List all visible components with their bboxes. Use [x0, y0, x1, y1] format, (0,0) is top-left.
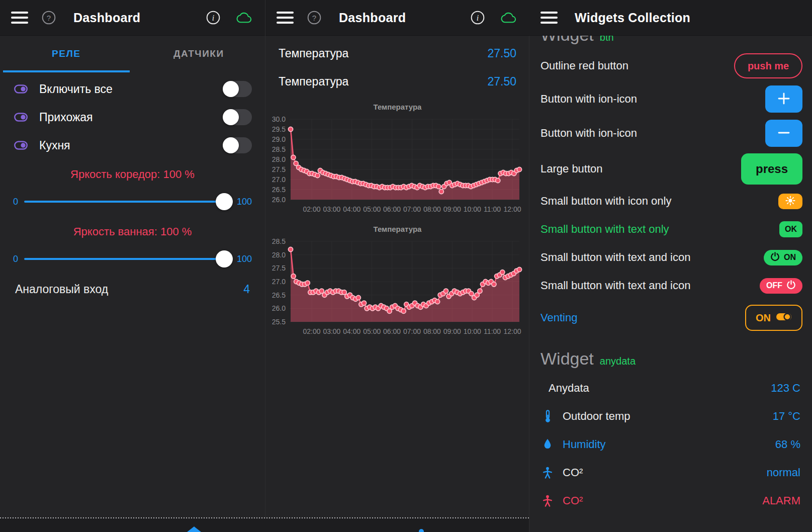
person-icon	[540, 467, 555, 479]
svg-text:27.0: 27.0	[272, 278, 286, 286]
slider-label-bath: Яркость ванная: 100 %	[0, 223, 265, 241]
relay-switch[interactable]	[223, 81, 252, 97]
cloud-status-icon[interactable]	[498, 10, 518, 25]
slider-max-label: 100	[237, 197, 252, 207]
temperature-row: Температура 27.50	[265, 67, 529, 96]
anydata-value: 68 %	[775, 438, 800, 451]
section-heading-badge: anydata	[600, 356, 636, 367]
on-button[interactable]: ON	[764, 250, 802, 265]
info-icon[interactable]: i	[206, 10, 221, 25]
minus-button[interactable]	[765, 120, 802, 147]
section-heading-btn: Widget btn	[540, 35, 812, 49]
temperature-label: Температура	[279, 47, 348, 60]
slider-min-label: 0	[13, 197, 18, 207]
svg-text:08:00: 08:00	[423, 327, 441, 335]
svg-text:?: ?	[47, 14, 51, 22]
svg-text:11:00: 11:00	[484, 327, 501, 335]
analog-input-row: Аналоговый вход 4	[0, 277, 265, 301]
switch-knob	[223, 137, 239, 153]
tab-bar: РЕЛЕ ДАТЧИКИ	[0, 35, 265, 72]
svg-text:28.0: 28.0	[272, 155, 286, 163]
svg-text:04:00: 04:00	[343, 327, 360, 335]
slider-track-fill	[24, 201, 231, 203]
panel-dashboard-relays: ? Dashboard i РЕЛЕ ДАТЧИКИ Включить всеП…	[0, 0, 265, 532]
blue-dot-peek	[419, 529, 424, 532]
relay-switch[interactable]	[223, 137, 252, 153]
charts-area: Температура02:0003:0004:0005:0006:0007:0…	[265, 103, 529, 340]
svg-text:28.5: 28.5	[272, 237, 286, 245]
venting-toggle-button[interactable]: ON	[745, 305, 802, 331]
slider-track[interactable]	[24, 250, 231, 268]
tab-datchiki[interactable]: ДАТЧИКИ	[133, 35, 265, 72]
svg-text:09:00: 09:00	[443, 327, 461, 335]
svg-text:i: i	[212, 14, 214, 22]
widget-row-label: Outline red button	[540, 59, 628, 72]
sun-button[interactable]	[778, 194, 802, 209]
app-root: ? Dashboard i РЕЛЕ ДАТЧИКИ Включить всеП…	[0, 0, 812, 532]
anydata-label: CO²	[563, 466, 759, 479]
menu-icon[interactable]	[11, 12, 28, 24]
widget-row-label: Venting	[540, 311, 577, 324]
press-button[interactable]: press	[741, 153, 802, 185]
sun-icon	[785, 195, 796, 208]
thermometer-icon	[540, 410, 555, 423]
tab-rele[interactable]: РЕЛЕ	[0, 35, 133, 72]
menu-icon[interactable]	[277, 12, 294, 24]
analog-input-label: Аналоговый вход	[15, 283, 108, 296]
right-content: Widget btn Outline red buttonpush meButt…	[529, 35, 812, 532]
help-icon[interactable]: ?	[307, 10, 322, 25]
anydata-row: Humidity68 %	[529, 430, 812, 459]
widget-row: VentingON	[529, 300, 812, 336]
svg-text:26.0: 26.0	[272, 304, 286, 312]
plus-button[interactable]	[765, 85, 802, 113]
toggle-outline-icon	[13, 84, 28, 94]
brightness-slider-bath: 0 100	[0, 241, 265, 277]
page-title: Dashboard	[339, 11, 406, 25]
widget-row: Small button with text and iconOFF	[529, 272, 812, 300]
svg-text:i: i	[477, 14, 479, 22]
svg-text:06:00: 06:00	[383, 205, 401, 213]
section-heading-title: Widget	[540, 35, 594, 45]
slider-min-label: 0	[13, 254, 18, 264]
left-header: ? Dashboard i	[0, 0, 265, 35]
svg-text:05:00: 05:00	[363, 327, 381, 335]
slider-knob[interactable]	[216, 250, 233, 268]
help-icon[interactable]: ?	[41, 10, 56, 25]
svg-text:28.0: 28.0	[272, 251, 286, 259]
svg-text:06:00: 06:00	[383, 327, 401, 335]
widget-row: Small button with text onlyOK	[529, 215, 812, 243]
relay-switch[interactable]	[223, 109, 252, 125]
panel-dashboard-sensors: ? Dashboard i Температура 27.50 Температ…	[265, 0, 529, 532]
middle-content: Температура 27.50 Температура 27.50 Темп…	[265, 35, 529, 532]
svg-text:05:00: 05:00	[363, 205, 381, 213]
anydata-label: Outdoor temp	[563, 410, 765, 423]
slider-track[interactable]	[24, 193, 231, 211]
button-label: ON	[756, 312, 771, 324]
temperature-label: Температура	[279, 75, 348, 88]
relay-row: Включить все	[0, 75, 265, 103]
info-icon[interactable]: i	[470, 10, 485, 25]
chart-plot: 02:0003:0004:0005:0006:0007:0008:0009:00…	[265, 114, 529, 216]
svg-text:11:00: 11:00	[484, 205, 501, 213]
anydata-label: Anydata	[549, 382, 763, 395]
widget-row-label: Small button with text and icon	[540, 251, 690, 264]
slider-knob[interactable]	[216, 193, 233, 210]
ok-button[interactable]: OK	[779, 221, 802, 237]
widget-row-label: Button with ion-icon	[540, 127, 637, 140]
svg-text:28.5: 28.5	[272, 145, 286, 153]
menu-icon[interactable]	[540, 12, 558, 24]
widget-row: Small button with text and iconON	[529, 243, 812, 272]
temperature-chart-2: Температура02:0003:0004:0005:0006:0007:0…	[265, 225, 529, 340]
toggle-on-icon	[776, 312, 792, 324]
section-heading-title: Widget	[540, 349, 594, 369]
switch-knob	[223, 109, 239, 125]
section-heading-anydata: Widget anydata	[529, 349, 812, 374]
svg-text:26.0: 26.0	[272, 196, 286, 204]
cloud-status-icon[interactable]	[234, 10, 254, 25]
anydata-row: Outdoor temp17 °C	[529, 402, 812, 430]
off-button[interactable]: OFF	[760, 278, 802, 294]
widget-row-label: Small button with icon only	[540, 195, 671, 208]
svg-text:02:00: 02:00	[303, 327, 320, 335]
relay-label: Кухня	[39, 139, 212, 152]
push-me-button[interactable]: push me	[734, 53, 802, 78]
